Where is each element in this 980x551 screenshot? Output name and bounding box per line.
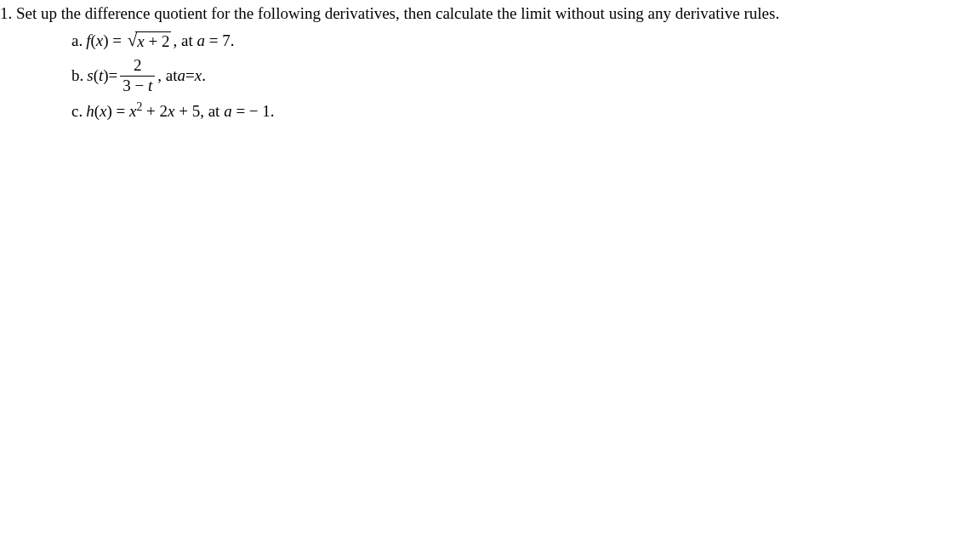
numerator: 2 [131,57,145,76]
den-t: t [148,77,152,94]
plus5-at: + 5, at [174,102,224,120]
part-a-expression: f(x) = √ x + 2 , at a = 7. [86,30,234,53]
part-b-label: b. [71,65,83,88]
tail-at: , at [173,31,197,49]
part-c-expression: h(x) = x2 + 2x + 5, at a = − 1. [86,100,274,123]
part-a-label: a. [71,30,83,53]
tail-eq-neg1: = − 1. [232,102,275,120]
paren-close: ) [106,102,111,120]
equals: = [112,31,125,49]
equals2: = [185,65,195,88]
paren-close: ) [103,31,108,49]
tail-eq7: = 7. [205,31,234,49]
func-name-s: s [87,65,93,88]
radicand-plus2: + 2 [145,32,170,50]
problem-stem: 1. Set up the difference quotient for th… [0,3,980,25]
problem-text: Set up the difference quotient for the f… [16,4,779,22]
period: . [202,65,206,88]
den-3minus: 3 − [122,77,148,94]
problem-number: 1. [0,4,12,22]
denominator: 3 − t [120,76,155,95]
a-letter: a [224,102,232,120]
radicand: x + 2 [135,31,171,49]
math-problem: 1. Set up the difference quotient for th… [0,0,980,123]
plus-2: + 2 [142,102,168,120]
func-arg-x: x [96,31,103,49]
a-letter: a [178,65,186,88]
equals: = [109,65,118,88]
part-c: c. h(x) = x2 + 2x + 5, at a = − 1. [71,100,980,123]
tail-at: , at [157,65,177,88]
part-a: a. f(x) = √ x + 2 , at a = 7. [71,30,980,53]
fraction: 2 3 − t [120,57,155,95]
a-letter: a [197,31,205,49]
radicand-x: x [137,32,144,50]
part-b: b. s(t) = 2 3 − t , at a = x. [71,57,980,95]
square-root: √ x + 2 [128,31,172,49]
equals: = [117,102,129,120]
part-c-label: c. [71,100,83,123]
part-b-expression: s(t) = 2 3 − t , at a = x. [87,57,206,95]
func-name-h: h [86,102,94,120]
rhs-x: x [195,65,202,88]
